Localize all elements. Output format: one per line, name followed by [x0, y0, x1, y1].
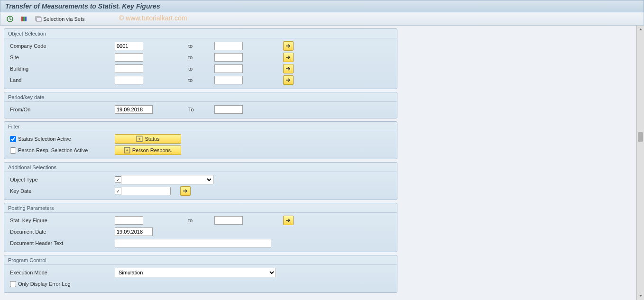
only-display-error-log-checkbox[interactable] — [10, 281, 16, 287]
company-code-from-input[interactable] — [115, 42, 143, 50]
group-posting-parameters: Posting Parameters Stat. Key Figure to D… — [4, 203, 397, 252]
stat-key-figure-range-button[interactable] — [283, 216, 294, 225]
group-header: Object Selection — [4, 29, 397, 38]
from-on-label: From/On — [8, 107, 115, 112]
execution-mode-select[interactable]: Simulation — [115, 268, 276, 277]
scroll-up-icon[interactable] — [637, 26, 644, 33]
land-range-button[interactable] — [283, 75, 294, 85]
person-respons-button[interactable]: Person Respons. — [115, 145, 181, 155]
status-selection-active-checkbox[interactable] — [10, 136, 16, 142]
clock-execute-icon — [6, 15, 14, 23]
group-header: Filter — [4, 122, 397, 131]
vertical-scrollbar[interactable] — [636, 26, 644, 300]
arrow-right-icon — [183, 189, 188, 193]
only-display-error-log-text: Only Display Error Log — [18, 281, 71, 287]
key-date-input[interactable] — [121, 187, 171, 195]
land-from-input[interactable] — [115, 76, 143, 84]
variants-icon — [20, 15, 28, 23]
document-header-text-label: Document Header Text — [8, 240, 115, 246]
object-type-label: Object Type — [8, 177, 115, 182]
to-label: To — [188, 107, 214, 112]
from-on-input[interactable] — [115, 105, 153, 114]
land-to-input[interactable] — [214, 76, 243, 84]
selection-via-sets-button[interactable]: Selection via Sets — [33, 14, 86, 24]
svg-rect-2 — [23, 17, 25, 21]
scroll-thumb[interactable] — [638, 132, 643, 142]
site-range-button[interactable] — [283, 53, 294, 62]
stat-key-figure-label: Stat. Key Figure — [8, 218, 115, 223]
person-resp-active-checkbox[interactable] — [10, 147, 16, 154]
watermark: © www.tutorialkart.com — [119, 14, 187, 22]
group-header: Posting Parameters — [4, 203, 397, 213]
to-label: to — [188, 218, 214, 223]
stat-key-figure-from-input[interactable] — [115, 216, 143, 225]
status-selection-active-text: Status Selection Active — [18, 136, 71, 142]
sets-icon — [35, 15, 42, 23]
key-date-range-button[interactable] — [180, 186, 191, 196]
site-from-input[interactable] — [115, 53, 143, 62]
arrow-right-icon — [285, 66, 291, 71]
person-respons-button-label: Person Respons. — [132, 147, 172, 153]
document-date-label: Document Date — [8, 229, 115, 235]
person-resp-active-label: Person Resp. Selection Active — [8, 147, 115, 154]
building-range-button[interactable] — [283, 64, 294, 73]
group-period: Period/key date From/On To — [4, 92, 397, 118]
svg-rect-1 — [21, 17, 23, 21]
status-button[interactable]: Status — [115, 134, 181, 144]
key-date-checkbox[interactable]: ✓ — [115, 188, 121, 194]
svg-rect-5 — [37, 18, 41, 21]
window-titlebar: Transfer of Measurements to Statist. Key… — [0, 0, 644, 12]
scroll-down-icon[interactable] — [637, 292, 644, 299]
execution-mode-label: Execution Mode — [8, 270, 115, 275]
to-label: to — [188, 55, 214, 60]
group-object-selection: Object Selection Company Code to Site to — [4, 28, 397, 89]
to-label: to — [188, 43, 214, 49]
expand-icon — [124, 147, 130, 154]
arrow-right-icon — [285, 44, 291, 48]
variants-button[interactable] — [18, 14, 30, 24]
site-label: Site — [8, 55, 115, 60]
building-to-input[interactable] — [214, 64, 243, 73]
object-type-checkbox[interactable]: ✓ — [115, 176, 121, 183]
building-label: Building — [8, 66, 115, 72]
group-header: Period/key date — [4, 92, 397, 102]
arrow-right-icon — [285, 78, 291, 82]
status-button-label: Status — [145, 136, 159, 142]
company-code-label: Company Code — [8, 43, 115, 49]
content-area: Object Selection Company Code to Site to — [0, 26, 644, 300]
to-label: to — [188, 77, 214, 83]
company-code-to-input[interactable] — [214, 42, 243, 50]
group-header: Additional Selections — [4, 163, 397, 172]
object-type-select[interactable] — [121, 175, 213, 184]
group-program-control: Program Control Execution Mode Simulatio… — [4, 255, 397, 293]
site-to-input[interactable] — [214, 53, 243, 62]
building-from-input[interactable] — [115, 64, 143, 73]
expand-icon — [136, 136, 143, 142]
status-selection-active-label: Status Selection Active — [8, 136, 115, 142]
to-label: to — [188, 66, 214, 72]
document-date-input[interactable] — [115, 227, 153, 236]
page-title: Transfer of Measurements to Statist. Key… — [5, 2, 160, 10]
arrow-right-icon — [285, 55, 291, 60]
group-additional-selections: Additional Selections Object Type ✓ Key … — [4, 162, 397, 200]
period-to-input[interactable] — [214, 105, 243, 114]
execute-button[interactable] — [4, 14, 16, 24]
group-header: Program Control — [4, 255, 397, 265]
company-code-range-button[interactable] — [283, 41, 294, 51]
key-date-label: Key Date — [8, 188, 115, 194]
stat-key-figure-to-input[interactable] — [214, 216, 243, 225]
land-label: Land — [8, 77, 115, 83]
svg-rect-3 — [25, 17, 27, 21]
document-header-text-input[interactable] — [115, 239, 271, 247]
only-display-error-log-label: Only Display Error Log — [8, 281, 115, 287]
person-resp-active-text: Person Resp. Selection Active — [18, 147, 88, 153]
selection-via-sets-label: Selection via Sets — [43, 16, 84, 22]
group-filter: Filter Status Selection Active Status — [4, 121, 397, 159]
arrow-right-icon — [285, 218, 291, 223]
toolbar: Selection via Sets © www.tutorialkart.co… — [0, 12, 644, 26]
